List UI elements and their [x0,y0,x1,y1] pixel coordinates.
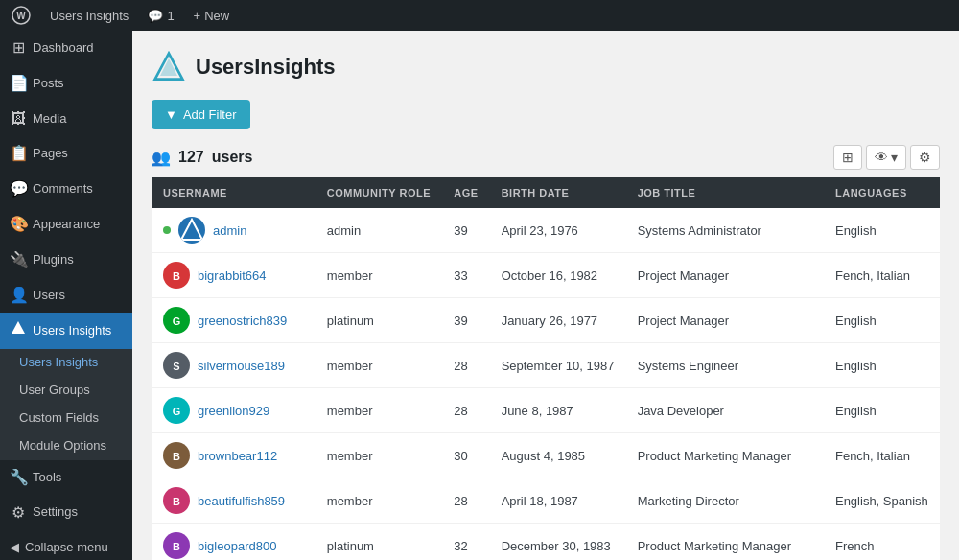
table-view-icon: ⊞ [842,150,854,165]
col-birth-date: BIRTH DATE [490,177,626,208]
collapse-menu[interactable]: ◀ Collapse menu [0,530,132,560]
cell-username: Ssilvermouse189 [152,343,316,388]
add-filter-button[interactable]: ▼ Add Filter [152,100,250,129]
cell-job-title: Systems Administrator [626,208,824,253]
sidebar-label-settings: Settings [33,504,78,521]
cell-birth-date: April 23, 1976 [490,208,626,253]
eye-view-button[interactable]: 👁 ▾ [866,145,906,170]
svg-text:G: G [173,406,181,417]
sidebar-item-dashboard[interactable]: ⊞ Dashboard [0,31,132,66]
sidebar-item-posts[interactable]: 📄 Posts [0,66,132,102]
online-indicator [163,226,171,234]
tools-icon: 🔧 [10,468,27,488]
table-body: adminadmin39April 23, 1976Systems Admini… [152,208,940,560]
dashboard-icon: ⊞ [10,38,27,58]
sidebar-label-plugins: Plugins [33,252,74,268]
avatar: B [163,442,190,469]
table-row[interactable]: adminadmin39April 23, 1976Systems Admini… [152,208,940,253]
main-content: UsersInsights ▼ Add Filter 👥 127 users ⊞… [132,31,959,560]
sidebar-item-users-insights[interactable]: Users Insights [0,313,132,349]
svg-marker-5 [181,220,202,240]
sidebar-item-users[interactable]: 👤 Users [0,278,132,314]
table-row[interactable]: Bbigrabbit664member33October 16, 1982Pro… [152,253,940,298]
pages-icon: 📋 [10,144,27,164]
col-job-title: JOB TITLE [626,177,824,208]
table-view-button[interactable]: ⊞ [833,145,862,170]
cell-birth-date: April 18, 1987 [490,478,626,524]
sidebar-label-dashboard: Dashboard [33,40,94,57]
sidebar-item-settings[interactable]: ⚙ Settings [0,496,132,531]
sidebar-label-pages: Pages [33,146,68,162]
users-count-label: users [212,149,253,166]
cell-birth-date: January 26, 1977 [490,298,626,343]
table-row[interactable]: Ggreenostrich839platinum39January 26, 19… [152,298,940,343]
avatar: B [163,487,190,514]
sidebar-item-comments[interactable]: 💬 Comments [0,172,132,207]
new-label: New [204,9,229,23]
table-header: USERNAME COMMUNITY ROLE AGE BIRTH DATE J… [152,177,940,208]
sidebar-item-users-insights-sub[interactable]: Users Insights [0,349,132,377]
table-row[interactable]: Bbeautifulfish859member28April 18, 1987M… [152,478,940,524]
add-filter-label: Add Filter [183,107,237,122]
table-row[interactable]: Ggreenlion929member28June 8, 1987Java De… [152,388,940,433]
sidebar-label-users: Users [33,288,65,304]
avatar: B [163,532,190,559]
svg-marker-2 [12,321,25,334]
comment-count: 1 [167,9,174,23]
settings-view-button[interactable]: ⚙ [910,145,940,170]
svg-text:B: B [173,496,180,507]
username-text[interactable]: greenlion929 [198,404,269,418]
new-item[interactable]: + New [190,0,234,31]
settings-icon: ⚙ [10,503,27,524]
table-row[interactable]: Ssilvermouse189member28September 10, 198… [152,343,940,388]
avatar: S [163,352,190,379]
comments-item[interactable]: 💬 1 [144,0,177,31]
plugin-title: UsersInsights [196,55,336,80]
cell-username: Bbigrabbit664 [152,253,316,298]
svg-text:B: B [173,270,180,282]
sidebar-label-module-options: Module Options [19,438,106,455]
comments-icon: 💬 [10,179,27,199]
posts-icon: 📄 [10,74,27,94]
col-languages: LANGUAGES [824,177,940,208]
sidebar-item-media[interactable]: 🖼 Media [0,102,132,137]
view-controls: ⊞ 👁 ▾ ⚙ [833,145,940,170]
sidebar-item-user-groups[interactable]: User Groups [0,377,132,405]
cell-birth-date: June 8, 1987 [490,388,626,433]
cell-job-title: Systems Engineer [626,343,824,388]
sidebar-item-module-options[interactable]: Module Options [0,432,132,460]
wp-logo-item[interactable]: W [8,0,35,31]
table-row[interactable]: Bbigleopard800platinum32December 30, 198… [152,524,940,561]
cell-username: Bbeautifulfish859 [152,478,316,524]
svg-text:B: B [173,451,180,462]
cell-birth-date: December 30, 1983 [490,524,626,561]
table-row[interactable]: Bbrownbear112member30August 4, 1985Produ… [152,433,940,478]
sidebar-label-tools: Tools [33,470,61,486]
cell-username: Ggreenlion929 [152,388,316,433]
svg-text:W: W [16,11,26,21]
sidebar-label-users-insights-sub: Users Insights [19,355,98,371]
sidebar-item-appearance[interactable]: 🎨 Appearance [0,207,132,243]
username-text[interactable]: brownbear112 [198,449,277,463]
cell-job-title: Marketing Director [626,478,824,524]
layout: ⊞ Dashboard 📄 Posts 🖼 Media 📋 Pages 💬 Co… [0,31,959,560]
site-name-item[interactable]: Users Insights [46,0,132,31]
username-text[interactable]: bigrabbit664 [198,268,267,283]
avatar: G [163,307,190,334]
username-text[interactable]: beautifulfish859 [198,494,285,508]
username-text[interactable]: admin [213,223,246,238]
svg-text:B: B [173,541,180,552]
sidebar-item-custom-fields[interactable]: Custom Fields [0,405,132,432]
username-text[interactable]: silvermouse189 [198,359,285,373]
username-text[interactable]: greenostrich839 [198,314,287,328]
sidebar-item-plugins[interactable]: 🔌 Plugins [0,243,132,278]
cell-role: platinum [316,298,442,343]
sidebar-item-pages[interactable]: 📋 Pages [0,136,132,172]
sidebar-item-tools[interactable]: 🔧 Tools [0,460,132,496]
cell-age: 39 [442,208,489,253]
cell-age: 39 [442,298,489,343]
username-text[interactable]: bigleopard800 [198,539,276,553]
cell-role: platinum [316,524,442,561]
sidebar: ⊞ Dashboard 📄 Posts 🖼 Media 📋 Pages 💬 Co… [0,31,132,560]
wp-logo-icon: W [12,6,31,25]
